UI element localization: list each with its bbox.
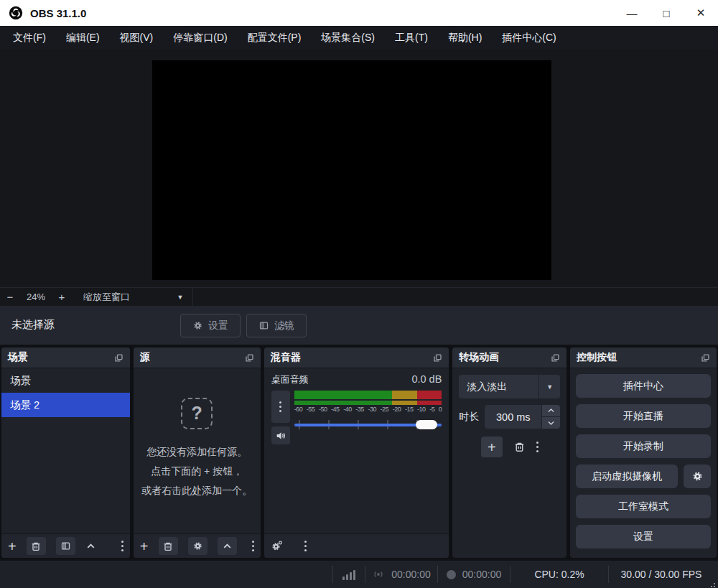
sources-more-button[interactable] xyxy=(252,541,254,551)
speaker-icon-button[interactable] xyxy=(271,426,290,444)
scene-item-selected[interactable]: 场景 2 xyxy=(1,393,130,417)
record-timer: 00:00:00 xyxy=(438,561,510,588)
start-streaming-button[interactable]: 开始直播 xyxy=(576,404,711,428)
transition-select[interactable]: 淡入淡出 ▼ xyxy=(459,375,560,398)
volume-slider[interactable] xyxy=(294,416,442,434)
record-icon xyxy=(447,570,456,579)
plugin-center-button[interactable]: 插件中心 xyxy=(576,374,711,398)
statusbar: 00:00:00 00:00:00 CPU: 0.2% 30.00 / 30.0… xyxy=(0,561,718,588)
scene-item[interactable]: 场景 xyxy=(1,368,130,393)
filter-icon xyxy=(258,320,269,331)
start-recording-button[interactable]: 开始录制 xyxy=(576,434,711,458)
minimize-button[interactable]: — xyxy=(615,0,649,26)
transition-buttons: + xyxy=(459,437,560,457)
transitions-panel-title: 转场动画 xyxy=(459,351,499,364)
obs-window: OBS 31.1.0 — □ ✕ 文件(F) 编辑(E) 视图(V) 停靠窗口(… xyxy=(0,0,718,588)
transition-more-button[interactable] xyxy=(536,442,538,452)
controls-body: 插件中心 开始直播 开始录制 启动虚拟摄像机 工作室模式 设置 xyxy=(570,368,717,558)
mixer-panel-title: 混音器 xyxy=(271,351,301,364)
menu-view[interactable]: 视图(V) xyxy=(110,26,164,49)
zoom-level: 24% xyxy=(20,291,52,302)
preview-canvas[interactable] xyxy=(152,60,551,280)
remove-transition-button[interactable] xyxy=(513,441,526,453)
dock-area: 场景 场景 场景 2 + xyxy=(0,345,718,559)
mixer-more-button[interactable] xyxy=(304,541,307,551)
settings-button[interactable]: 设置 xyxy=(576,525,711,549)
close-button[interactable]: ✕ xyxy=(684,0,718,26)
window-title: OBS 31.1.0 xyxy=(30,7,86,19)
scenes-toolbar: + xyxy=(1,533,130,558)
menu-docks[interactable]: 停靠窗口(D) xyxy=(163,26,237,49)
zoom-in-button[interactable]: + xyxy=(52,291,72,303)
duration-value[interactable]: 300 ms xyxy=(485,405,541,429)
menu-profile[interactable]: 配置文件(P) xyxy=(238,26,312,49)
popout-icon[interactable] xyxy=(433,353,442,363)
popout-icon[interactable] xyxy=(701,353,710,363)
virtual-camera-gear-button[interactable] xyxy=(684,465,711,488)
channel-options-button[interactable] xyxy=(271,391,290,423)
advanced-audio-gear-icon[interactable] xyxy=(271,540,283,552)
duration-row: 时长 300 ms xyxy=(459,405,560,429)
spin-up-button[interactable] xyxy=(542,405,560,416)
menu-file[interactable]: 文件(F) xyxy=(3,26,56,49)
mixer-panel-header: 混音器 xyxy=(264,347,449,368)
menu-tools[interactable]: 工具(T) xyxy=(385,26,438,49)
audio-source-name: 桌面音频 xyxy=(271,373,309,386)
transition-selected-value: 淡入淡出 xyxy=(459,381,538,393)
scenes-panel: 场景 场景 场景 2 + xyxy=(1,347,130,558)
sources-panel-title: 源 xyxy=(140,351,150,364)
zoom-out-button[interactable]: − xyxy=(0,291,20,303)
sources-empty-state[interactable]: ? 您还没有添加任何源。 点击下面的 + 按钮， 或者右击此处添加一个。 xyxy=(134,368,261,533)
divider xyxy=(192,288,193,306)
source-properties-button[interactable]: 设置 xyxy=(180,314,241,337)
source-properties-gear-button[interactable] xyxy=(188,537,208,555)
scene-filters-button[interactable] xyxy=(56,537,75,555)
controls-panel-header: 控制按钮 xyxy=(570,347,717,368)
add-source-button[interactable]: + xyxy=(140,539,149,554)
zoom-fit-caret-icon[interactable]: ▼ xyxy=(168,294,192,301)
window-controls: — □ ✕ xyxy=(615,0,718,26)
menu-help[interactable]: 帮助(H) xyxy=(438,26,492,49)
mixer-toolbar xyxy=(264,533,449,558)
start-virtual-camera-button[interactable]: 启动虚拟摄像机 xyxy=(576,465,678,488)
remove-source-button[interactable] xyxy=(159,537,178,555)
preview-zoom-toolbar: − 24% + 缩放至窗口 ▼ xyxy=(0,287,718,307)
source-filters-button[interactable]: 滤镜 xyxy=(246,314,307,337)
maximize-button[interactable]: □ xyxy=(649,0,684,26)
move-scene-up-button[interactable] xyxy=(85,541,96,551)
mixer-channel: 桌面音频 0.0 dB xyxy=(264,368,449,444)
meter-scale: -60-55 -50-45 -40-35 -30-25 -20-15 -10-5… xyxy=(294,406,442,413)
source-properties-label: 设置 xyxy=(208,319,228,332)
add-transition-button[interactable]: + xyxy=(481,437,503,457)
menu-edit[interactable]: 编辑(E) xyxy=(56,26,110,49)
menu-plugin-center[interactable]: 插件中心(C) xyxy=(492,26,566,49)
zoom-fit-dropdown[interactable]: 缩放至窗口 xyxy=(83,291,168,304)
move-source-up-button[interactable] xyxy=(218,537,237,555)
remove-scene-button[interactable] xyxy=(27,537,46,555)
studio-mode-button[interactable]: 工作室模式 xyxy=(576,495,711,518)
sources-toolbar: + xyxy=(134,533,261,558)
menubar: 文件(F) 编辑(E) 视图(V) 停靠窗口(D) 配置文件(P) 场景集合(S… xyxy=(0,26,718,49)
resize-grip[interactable] xyxy=(714,583,715,584)
menu-scene-collection[interactable]: 场景集合(S) xyxy=(311,26,385,49)
popout-icon[interactable] xyxy=(114,353,123,363)
sources-panel-header: 源 xyxy=(134,347,261,368)
duration-spinner[interactable]: 300 ms xyxy=(485,405,560,429)
scene-transitions-panel: 转场动画 淡入淡出 ▼ 时长 300 ms xyxy=(452,347,567,558)
scenes-more-button[interactable] xyxy=(121,541,123,551)
duration-label: 时长 xyxy=(459,411,480,424)
empty-hint-line: 或者右击此处添加一个。 xyxy=(141,481,252,500)
sources-panel: 源 ? 您还没有添加任何源。 点击下面的 + 按钮， 或者右击此处添加一个。 + xyxy=(134,347,261,558)
scenes-panel-header: 场景 xyxy=(1,347,130,368)
popout-icon[interactable] xyxy=(245,353,254,363)
controls-panel: 控制按钮 插件中心 开始直播 开始录制 启动虚拟摄像机 xyxy=(570,347,717,558)
slider-handle[interactable] xyxy=(416,420,437,429)
popout-icon[interactable] xyxy=(551,353,560,363)
chevron-down-icon[interactable]: ▼ xyxy=(538,375,560,398)
spin-down-button[interactable] xyxy=(542,417,560,429)
titlebar: OBS 31.1.0 — □ ✕ xyxy=(0,0,718,26)
record-time: 00:00:00 xyxy=(462,569,502,580)
fps-indicator: 30.00 / 30.00 FPS xyxy=(609,561,714,588)
add-scene-button[interactable]: + xyxy=(8,539,17,554)
meter-bar-left xyxy=(294,391,442,399)
